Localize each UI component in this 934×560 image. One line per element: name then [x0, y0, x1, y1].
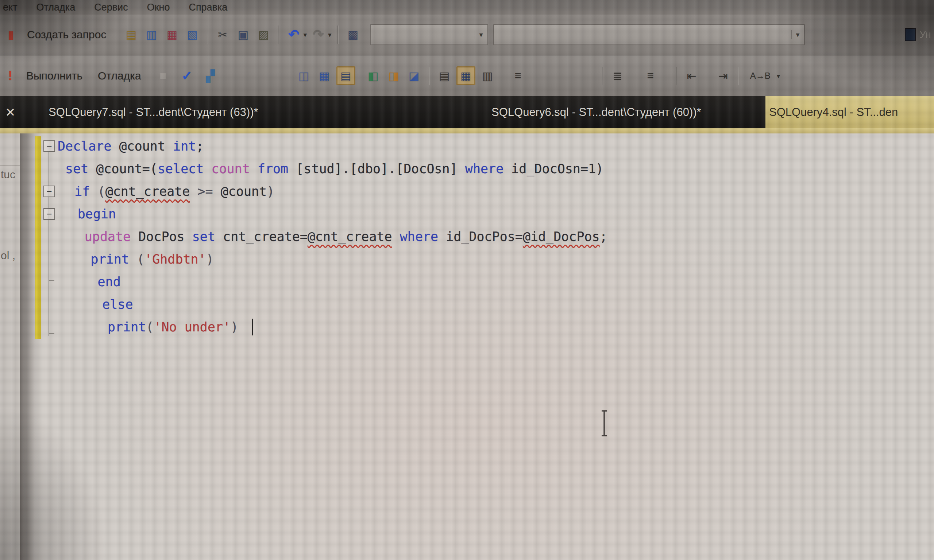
- code-token: where: [465, 162, 504, 176]
- decrease-indent-icon[interactable]: ⇤: [683, 68, 700, 84]
- tab-title: SQLQuery4.sql - ST...den: [769, 106, 898, 119]
- combo-dropdown-icon[interactable]: ▾: [475, 30, 487, 39]
- results-to-text-icon[interactable]: ▤: [436, 68, 453, 84]
- menu-item-2[interactable]: Отладка: [37, 2, 76, 13]
- indent: [58, 305, 102, 305]
- template-parameters-icon[interactable]: ◧: [365, 68, 382, 84]
- menu-item-4[interactable]: Окно: [147, 2, 170, 13]
- menu-bar: ектОтладкаСервисОкноСправка: [0, 0, 934, 15]
- toolbar-right-fragment: Ун: [905, 28, 931, 41]
- increase-indent-icon[interactable]: ⇥: [715, 68, 732, 84]
- results-to-file-icon[interactable]: ▥: [479, 68, 496, 84]
- window-icon[interactable]: ▩: [345, 26, 362, 43]
- text-caret: [252, 318, 253, 335]
- code-token: @cnt_create: [308, 229, 392, 244]
- menu-item-5[interactable]: Справка: [189, 2, 227, 13]
- code-token: select: [157, 162, 203, 176]
- code-token: 'Ghdbtn': [145, 252, 206, 266]
- fold-toggle-icon[interactable]: −: [41, 186, 58, 197]
- toolbar-separator: [429, 67, 430, 85]
- menu-item-1[interactable]: ект: [3, 2, 17, 13]
- ssms-window: ектОтладкаСервисОкноСправка ▮Создать зап…: [0, 0, 934, 560]
- copy-icon[interactable]: ▣: [234, 26, 251, 43]
- new-query-button[interactable]: Создать запрос: [27, 28, 106, 41]
- clipped-red-icon[interactable]: ▮: [3, 26, 19, 43]
- results-pane-icon[interactable]: ≡: [510, 68, 527, 84]
- query-designer-icon[interactable]: ▦: [316, 68, 333, 84]
- tab-title: SQLQuery7.sql - ST...dent\Студент (63))*: [49, 106, 258, 119]
- execute-button[interactable]: Выполнить: [26, 70, 82, 82]
- indent: [58, 259, 91, 260]
- new-database-engine-query-icon[interactable]: ▥: [143, 26, 160, 43]
- client-statistics-icon[interactable]: ◪: [406, 68, 422, 84]
- code-token: end: [98, 275, 121, 289]
- execute-exclamation-icon[interactable]: !: [2, 68, 18, 84]
- cut-icon[interactable]: ✂: [214, 26, 231, 43]
- code-token: @count: [112, 139, 173, 154]
- code-line-9: print('No under'): [41, 316, 934, 338]
- toolbar-combo-1[interactable]: ▾: [370, 24, 488, 45]
- close-icon[interactable]: ✕: [5, 105, 16, 120]
- parse-check-icon[interactable]: ✓: [179, 68, 196, 84]
- include-actual-plan-icon[interactable]: ▤: [336, 66, 355, 85]
- menu-item-3[interactable]: Сервис: [94, 2, 128, 13]
- indent: [58, 191, 74, 192]
- indent: [58, 214, 78, 214]
- toolbar-combo-2[interactable]: ▾: [493, 24, 805, 45]
- clipped-right-label: Ун: [919, 29, 931, 40]
- tab-sqlquery-3-active[interactable]: SQLQuery4.sql - ST...den: [766, 96, 934, 128]
- new-xmla-query-icon[interactable]: ▧: [184, 26, 201, 43]
- code-token: ;: [600, 229, 607, 244]
- code-token: @count: [221, 184, 267, 199]
- comment-lines-icon[interactable]: ≣: [609, 68, 626, 84]
- new-query-icon[interactable]: ▤: [123, 26, 139, 43]
- code-token: else: [102, 297, 133, 312]
- code-token: print: [108, 320, 146, 334]
- toolbar-separator: [738, 67, 739, 85]
- fold-toggle-icon[interactable]: −: [41, 140, 58, 152]
- code-token: if: [74, 184, 90, 199]
- code-token: DocPos: [131, 229, 192, 244]
- undo-dropdown-icon[interactable]: ▾: [303, 31, 307, 39]
- ibeam-mouse-cursor: [600, 410, 608, 437]
- tab-title: SQLQuery6.sql - ST...dent\Студент (60))*: [492, 106, 701, 119]
- document-tab-bar: ✕ SQLQuery7.sql - ST...dent\Студент (63)…: [0, 96, 934, 128]
- undo-icon[interactable]: ↶: [285, 26, 302, 43]
- code-line-1: −Declare @count int;: [41, 135, 934, 157]
- code-line-4: −begin: [41, 203, 934, 225]
- code-token: count: [203, 162, 257, 176]
- tab-sqlquery-2[interactable]: SQLQuery6.sql - ST...dent\Студент (60))*: [472, 96, 781, 128]
- indent: [58, 169, 65, 169]
- code-editor-area[interactable]: tucol , −Declare @count int;set @count=(…: [0, 134, 934, 560]
- redo-icon[interactable]: ↷: [310, 26, 327, 43]
- debug-button[interactable]: Отладка: [98, 70, 141, 82]
- change-case-dropdown-icon[interactable]: ▾: [777, 72, 780, 80]
- toolbar-separator: [602, 67, 603, 85]
- left-panel-fragment: tucol ,: [0, 134, 20, 560]
- code-token: Declare: [58, 139, 112, 154]
- indent: [58, 327, 108, 328]
- code-token: update: [85, 229, 131, 244]
- new-analysis-service-query-icon[interactable]: ▦: [163, 26, 180, 43]
- code-token: ): [267, 184, 274, 199]
- code-line-7: end: [41, 271, 934, 293]
- results-to-grid-icon[interactable]: ▦: [456, 66, 475, 85]
- change-case-icon[interactable]: A→B: [745, 68, 776, 84]
- indent: [58, 282, 98, 282]
- uncomment-lines-icon[interactable]: ≡: [642, 68, 659, 84]
- combo-dropdown-icon[interactable]: ▾: [791, 30, 804, 39]
- paste-icon[interactable]: ▨: [255, 26, 272, 43]
- code-line-6: print ('Ghdbtn'): [41, 248, 934, 271]
- tab-sqlquery-1[interactable]: SQLQuery7.sql - ST...dent\Студент (63))*: [35, 96, 483, 128]
- code-token: int: [173, 139, 196, 154]
- toolbar-separator: [278, 26, 279, 44]
- redo-dropdown-icon[interactable]: ▾: [328, 31, 331, 39]
- code-token: @count=(: [88, 162, 157, 176]
- code-token: begin: [78, 207, 116, 221]
- code-line-5: update DocPos set cnt_create=@cnt_create…: [41, 225, 934, 248]
- fold-toggle-icon[interactable]: −: [41, 208, 58, 220]
- query-options-icon[interactable]: ▞: [202, 68, 219, 84]
- edit-rows-icon[interactable]: ◨: [385, 68, 402, 84]
- code-token: where: [400, 229, 438, 244]
- show-estimated-plan-icon[interactable]: ◫: [296, 68, 312, 84]
